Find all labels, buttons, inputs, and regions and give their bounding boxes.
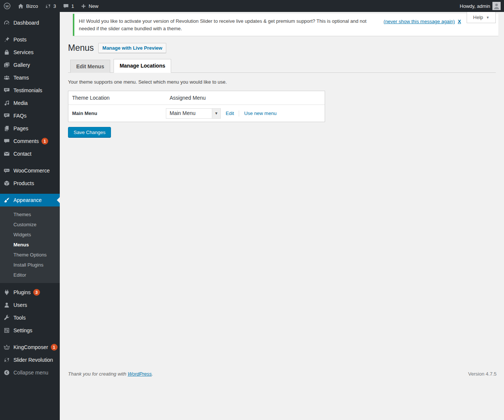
submenu-item-themes[interactable]: Themes: [0, 209, 60, 220]
pages-icon: [3, 125, 10, 132]
crown-icon: [3, 344, 10, 351]
my-account-menu[interactable]: Howdy, admin: [457, 0, 504, 12]
sidebar-item-plugins[interactable]: Plugins 3: [0, 286, 60, 299]
theme-location-name: Main Menu: [68, 111, 166, 116]
rotate-arrows-icon: [3, 357, 10, 363]
dashboard-icon: [3, 19, 10, 26]
content-area: Help ▼ Hi! Would you like to activate yo…: [60, 12, 504, 420]
sidebar-item-comments[interactable]: Comments 1: [0, 135, 60, 147]
people-icon: [3, 74, 10, 81]
collapse-menu-button[interactable]: Collapse menu: [0, 366, 60, 379]
version-text: Version 4.7.5: [468, 371, 497, 377]
svg-text:W: W: [6, 4, 9, 8]
chevron-down-icon: ▼: [486, 16, 489, 19]
paintbrush-icon: [3, 197, 10, 203]
sidebar-item-slider-revolution[interactable]: Slider Revolution: [0, 354, 60, 366]
new-label: New: [89, 3, 98, 9]
notice-message: Hi! Would you like to activate your vers…: [79, 18, 378, 32]
sidebar-separator: [0, 29, 60, 33]
sidebar-item-testimonials[interactable]: Testimonials: [0, 84, 60, 97]
sidebar-separator: [0, 160, 60, 164]
sidebar-item-tools[interactable]: Tools: [0, 311, 60, 324]
plus-icon: [81, 3, 86, 9]
comment-bubble-icon: [63, 3, 69, 9]
submenu-item-menus[interactable]: Menus: [0, 240, 60, 250]
envelope-icon: [3, 150, 10, 157]
select-chevron-icon: ▼: [212, 109, 220, 118]
howdy-text: Howdy, admin: [460, 3, 490, 9]
sidebar-item-appearance[interactable]: Appearance: [0, 194, 60, 206]
plug-icon: [3, 289, 10, 296]
updates-menu[interactable]: 3: [41, 0, 59, 12]
sidebar-separator: [0, 283, 60, 286]
new-content-menu[interactable]: New: [77, 0, 102, 12]
page-wrap: Menus Manage with Live Preview Edit Menu…: [60, 43, 504, 138]
wordpress-link[interactable]: WordPress: [128, 371, 152, 377]
table-header-row: Theme Location Assigned Menu: [68, 91, 325, 105]
edit-menu-link[interactable]: Edit: [226, 111, 234, 116]
wrench-icon: [3, 314, 10, 321]
notice-dismiss-link[interactable]: (never show this message again)X: [384, 19, 461, 24]
sidebar-item-users[interactable]: Users: [0, 299, 60, 311]
sidebar-item-kingcomposer[interactable]: KingComposer 1: [0, 341, 60, 354]
intro-text: Your theme supports one menu. Select whi…: [68, 79, 496, 85]
plugins-badge: 3: [33, 289, 40, 296]
admin-bar: W Bizco 3 1 New Howdy, admin: [0, 0, 504, 12]
save-changes-button[interactable]: Save Changes: [68, 127, 111, 138]
svg-text:Woo: Woo: [5, 169, 9, 171]
sidebar-item-posts[interactable]: Posts: [0, 33, 60, 46]
gallery-icon: [3, 62, 10, 68]
user-icon: [3, 302, 10, 308]
box-icon: [3, 180, 10, 187]
chat-icon: [3, 112, 10, 119]
sidebar-item-pages[interactable]: Pages: [0, 122, 60, 135]
column-header-theme-location: Theme Location: [68, 95, 166, 101]
sliders-icon: [3, 327, 10, 334]
tab-edit-menus[interactable]: Edit Menus: [70, 60, 110, 73]
sidebar-item-media[interactable]: Media: [0, 97, 60, 109]
wordpress-logo-icon: W: [3, 2, 11, 10]
sidebar-item-settings[interactable]: Settings: [0, 324, 60, 337]
site-name-menu[interactable]: Bizco: [14, 0, 41, 12]
submenu-item-theme-options[interactable]: Theme Options: [0, 250, 60, 260]
revolution-slider-notice: Hi! Would you like to activate your vers…: [73, 14, 498, 36]
sidebar-item-teams[interactable]: Teams: [0, 71, 60, 84]
pushpin-icon: [3, 36, 10, 43]
comments-menu[interactable]: 1: [59, 0, 77, 12]
sidebar-separator: [0, 190, 60, 194]
home-icon: [18, 3, 24, 9]
manage-with-live-preview-button[interactable]: Manage with Live Preview: [98, 43, 166, 53]
avatar: [492, 2, 501, 10]
sidebar-item-woocommerce[interactable]: Woo WooCommerce: [0, 164, 60, 177]
submenu-item-editor[interactable]: Editor: [0, 270, 60, 280]
assigned-menu-select[interactable]: Main Menu ▼: [166, 108, 221, 119]
notice-close-x[interactable]: X: [458, 19, 461, 24]
sidebar-item-contact[interactable]: Contact: [0, 147, 60, 160]
comments-badge: 1: [41, 138, 48, 144]
lock-icon: [3, 49, 10, 56]
sidebar-menu: Dashboard Posts Services Gallery Teams T…: [0, 12, 60, 420]
menu-locations-table: Theme Location Assigned Menu Main Menu M…: [68, 91, 325, 122]
submenu-item-install-plugins[interactable]: Install Plugins: [0, 260, 60, 270]
submenu-item-customize[interactable]: Customize: [0, 220, 60, 230]
media-note-icon: [3, 100, 10, 106]
submenu-item-widgets[interactable]: Widgets: [0, 230, 60, 240]
sidebar-item-products[interactable]: Products: [0, 177, 60, 190]
help-button[interactable]: Help ▼: [467, 12, 496, 23]
wordpress-logo-menu[interactable]: W: [0, 0, 14, 12]
site-name: Bizco: [26, 3, 38, 9]
column-header-assigned-menu: Assigned Menu: [166, 95, 325, 101]
link-divider: [239, 111, 239, 116]
tab-manage-locations[interactable]: Manage Locations: [114, 59, 171, 73]
collapse-arrow-icon: [3, 369, 10, 376]
selected-menu-value: Main Menu: [166, 109, 212, 118]
sidebar-separator: [0, 337, 60, 341]
sidebar-item-gallery[interactable]: Gallery: [0, 59, 60, 71]
use-new-menu-link[interactable]: Use new menu: [244, 111, 276, 116]
footer: Thank you for creating with WordPress. V…: [68, 371, 497, 377]
updates-count: 3: [53, 3, 56, 9]
tab-bar: Edit Menus Manage Locations: [68, 59, 496, 73]
sidebar-item-faqs[interactable]: FAQs: [0, 109, 60, 122]
sidebar-item-dashboard[interactable]: Dashboard: [0, 16, 60, 29]
sidebar-item-services[interactable]: Services: [0, 46, 60, 59]
